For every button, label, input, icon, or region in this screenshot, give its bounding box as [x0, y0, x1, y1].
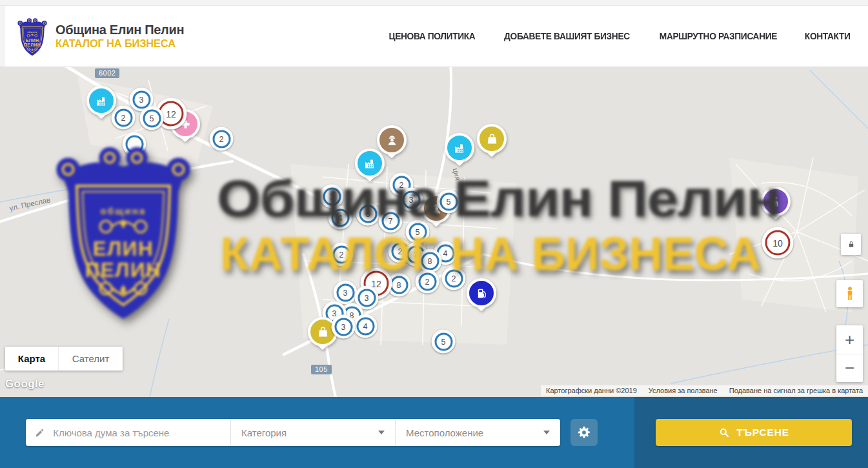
map-cluster-marker[interactable]: 2: [442, 267, 466, 290]
lock-button[interactable]: [841, 234, 861, 255]
map-cluster-marker[interactable]: 2: [210, 127, 234, 151]
map-cluster-marker[interactable]: 4: [328, 206, 352, 230]
cluster-count: 3: [323, 187, 341, 205]
map-cluster-marker[interactable]: 7: [379, 209, 403, 233]
map-cluster-marker[interactable]: 4: [354, 314, 378, 338]
cluster-count: 2: [418, 272, 436, 290]
google-logo[interactable]: Google: [5, 378, 45, 391]
map-pin-factory[interactable]: [86, 86, 116, 125]
nav-item-pricing[interactable]: ЦЕНОВА ПОЛИТИКА: [389, 31, 476, 41]
pin-bubble: [86, 86, 116, 116]
gear-icon: [577, 425, 591, 440]
window-top-strip: [0, 0, 868, 6]
cluster-count: 6: [359, 205, 377, 223]
pin-bubble: [467, 278, 496, 308]
advanced-settings-button[interactable]: [570, 419, 598, 446]
map-cluster-marker[interactable]: [123, 132, 146, 156]
map-pin-fuel[interactable]: [467, 278, 496, 317]
cluster-count: 3: [334, 318, 352, 336]
cluster-count: 10: [765, 230, 791, 256]
cluster-count: 5: [439, 192, 458, 210]
pin-bubble: [477, 124, 507, 154]
cluster-count: 5: [409, 223, 427, 241]
search-bar: Категория Местоположение ТЪРСЕНЕ: [0, 397, 868, 468]
cluster-count: 2: [114, 108, 132, 127]
cluster-count: 4: [356, 317, 374, 335]
location-dropdown[interactable]: Местоположение: [395, 419, 560, 446]
factory-icon: [95, 94, 108, 108]
category-dropdown[interactable]: Категория: [230, 419, 395, 446]
map-cluster-marker[interactable]: 3: [399, 188, 423, 212]
map-cluster-marker[interactable]: 8: [418, 249, 442, 273]
attribution-data: Картографски данни ©2019: [546, 387, 637, 394]
pegman-icon: [842, 285, 858, 302]
map-cluster-marker[interactable]: 5: [437, 190, 461, 214]
search-fields-group: Категория Местоположение: [26, 419, 560, 446]
cluster-count: 3: [336, 283, 354, 301]
municipality-crest-icon: [17, 16, 47, 57]
pin-bubble: [355, 148, 385, 178]
street-view-pegman-button[interactable]: [836, 280, 863, 307]
map-cluster-marker[interactable]: 5: [140, 107, 164, 130]
cluster-count: 2: [332, 245, 350, 263]
cluster-count: 8: [421, 252, 439, 270]
map-cluster-marker[interactable]: 5: [406, 220, 430, 244]
site-header: Община Елин Пелин КАТАЛОГ НА БИЗНЕСА ЦЕН…: [0, 6, 868, 67]
map-type-map-button[interactable]: Карта: [5, 347, 58, 371]
category-dropdown-label: Категория: [241, 427, 287, 438]
keyword-search-input[interactable]: [52, 427, 221, 439]
map-cluster-marker[interactable]: 10: [762, 227, 794, 259]
cluster-count: 2: [445, 269, 463, 287]
nav-item-contacts[interactable]: КОНТАКТИ: [805, 31, 851, 41]
markers-layer: 312252235364752274822812338343510: [0, 67, 868, 397]
map-canvas[interactable]: 6002 105 ул. Преслав бул. „Новосел ция 3…: [0, 67, 868, 397]
cluster-count: 3: [358, 289, 376, 307]
map-pin-bag[interactable]: [477, 124, 507, 163]
attribution-terms-link[interactable]: Условия за ползване: [649, 387, 718, 394]
site-subtitle: КАТАЛОГ НА БИЗНЕСА: [56, 37, 184, 50]
pin-bubble: [445, 133, 474, 163]
cluster-count: 8: [390, 276, 408, 294]
attribution-report-link[interactable]: Подаване на сигнал за грешка в картата: [729, 387, 863, 394]
map-attribution: Картографски данни ©2019 Условия за полз…: [541, 385, 868, 396]
nav-item-add-business[interactable]: ДОБАВЕТЕ ВАШИЯТ БИЗНЕС: [504, 31, 630, 41]
cluster-count: 7: [381, 212, 399, 230]
window-left-strip: [0, 6, 5, 66]
cluster-count: 3: [132, 90, 150, 108]
zoom-control: + −: [836, 325, 863, 382]
cluster-count: 5: [143, 109, 161, 127]
construction-worker-icon: [385, 134, 399, 147]
padlock-icon: [847, 240, 856, 249]
cluster-count: 3: [402, 190, 420, 209]
shopping-bag-icon: [316, 325, 330, 339]
site-title: Община Елин Пелин: [56, 23, 184, 37]
map-cluster-marker[interactable]: 3: [320, 185, 344, 209]
map-cluster-marker[interactable]: 2: [330, 243, 354, 267]
shopping-bag-icon: [485, 132, 499, 146]
map-pin-church[interactable]: [761, 187, 791, 225]
map-cluster-marker[interactable]: 2: [416, 270, 439, 294]
map-cluster-marker[interactable]: 3: [332, 315, 356, 339]
search-button[interactable]: ТЪРСЕНЕ: [656, 419, 852, 446]
keyword-field[interactable]: [26, 419, 230, 446]
pencil-icon: [35, 427, 45, 438]
site-logo[interactable]: Община Елин Пелин КАТАЛОГ НА БИЗНЕСА: [17, 16, 184, 57]
main-nav: ЦЕНОВА ПОЛИТИКА ДОБАВЕТЕ ВАШИЯТ БИЗНЕС М…: [387, 31, 851, 41]
map-cluster-marker[interactable]: 5: [432, 330, 456, 354]
factory-icon: [453, 141, 467, 155]
cluster-count: 2: [212, 130, 230, 148]
zoom-in-button[interactable]: +: [836, 325, 863, 354]
map-cluster-marker[interactable]: 3: [334, 281, 358, 305]
map-pin-factory[interactable]: [355, 148, 385, 187]
cluster-count: 4: [331, 209, 349, 227]
pin-bubble: [761, 187, 791, 216]
map-pin-factory[interactable]: [445, 133, 474, 172]
location-dropdown-label: Местоположение: [406, 427, 483, 438]
zoom-out-button[interactable]: −: [836, 354, 863, 382]
cluster-count: [125, 135, 143, 153]
nav-item-timetable[interactable]: МАРШРУТНО РАЗПИСАНИЕ: [660, 31, 777, 41]
factory-icon: [363, 157, 377, 170]
map-type-satellite-button[interactable]: Сателит: [58, 347, 123, 371]
search-button-label: ТЪРСЕНЕ: [736, 427, 789, 438]
map-cluster-marker[interactable]: 6: [356, 202, 380, 226]
